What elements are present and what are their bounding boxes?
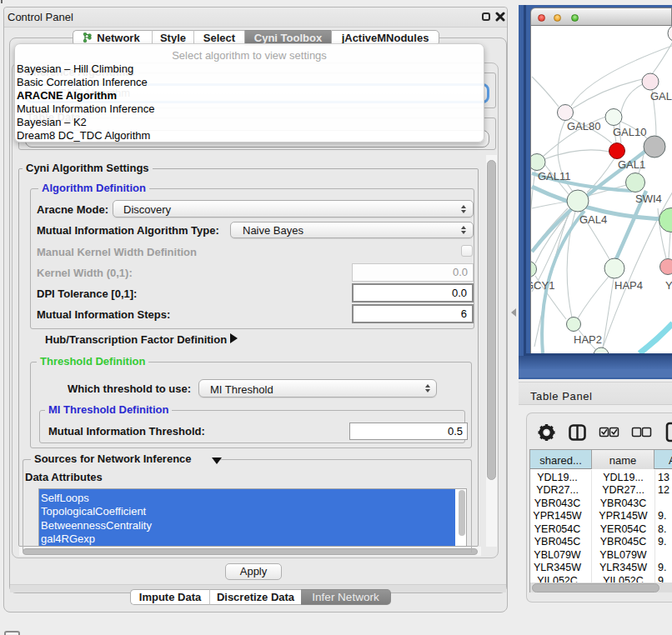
- svg-text:SWI4: SWI4: [635, 192, 662, 205]
- svg-text:GAL10: GAL10: [613, 126, 646, 138]
- svg-text:GAL4: GAL4: [579, 213, 607, 226]
- svg-text:GAL1: GAL1: [618, 158, 645, 171]
- svg-text:HAP4: HAP4: [614, 279, 643, 292]
- svg-text:GCY1: GCY1: [531, 279, 554, 292]
- svg-text:GAL80: GAL80: [567, 120, 600, 132]
- svg-text:GAL7: GAL7: [650, 90, 672, 102]
- svg-text:YK: YK: [665, 279, 672, 292]
- svg-text:GAL11: GAL11: [538, 170, 571, 182]
- svg-text:HAP2: HAP2: [574, 333, 602, 346]
